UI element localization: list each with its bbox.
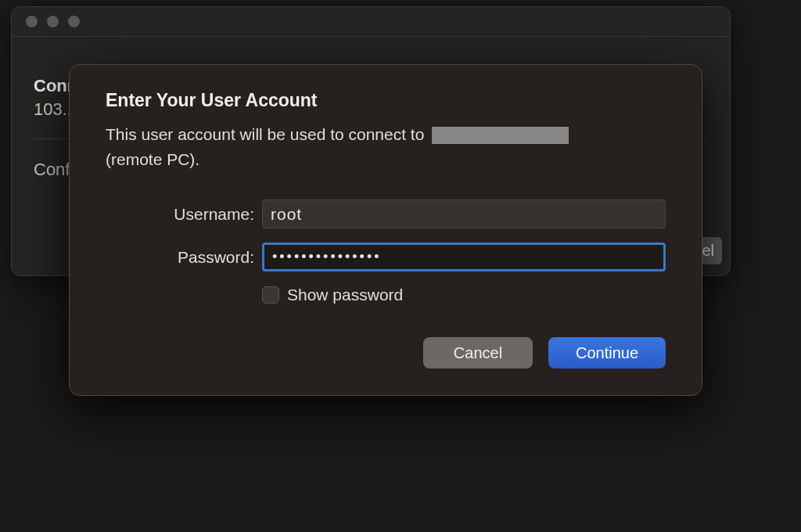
dialog-title: Enter Your User Account (106, 90, 666, 111)
continue-button[interactable]: Continue (548, 337, 666, 368)
password-input[interactable] (262, 243, 666, 271)
show-password-label: Show password (287, 286, 403, 304)
password-label: Password: (106, 248, 262, 267)
maximize-icon[interactable] (68, 16, 80, 27)
redacted-hostname (432, 127, 569, 144)
user-account-dialog: Enter Your User Account This user accoun… (69, 64, 702, 396)
window-titlebar (12, 7, 730, 37)
dialog-description-suffix: (remote PC). (106, 150, 199, 168)
dialog-description: This user account will be used to connec… (106, 122, 666, 171)
password-row: Password: (106, 243, 666, 271)
username-input[interactable] (262, 200, 666, 228)
show-password-row: Show password (262, 286, 666, 304)
dialog-description-prefix: This user account will be used to connec… (106, 125, 429, 143)
minimize-icon[interactable] (47, 16, 59, 27)
dialog-button-row: Cancel Continue (106, 337, 666, 368)
username-label: Username: (106, 205, 262, 224)
show-password-checkbox[interactable] (262, 286, 279, 304)
close-icon[interactable] (26, 16, 38, 27)
cancel-button[interactable]: Cancel (423, 337, 533, 368)
username-row: Username: (106, 200, 666, 228)
